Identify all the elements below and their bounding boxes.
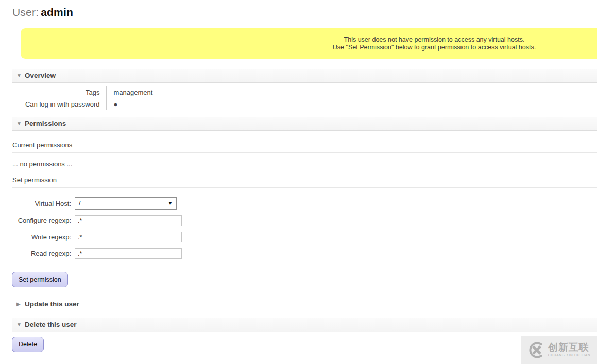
write-regexp-label: Write regexp: bbox=[0, 233, 75, 241]
section-permissions-title: Permissions bbox=[25, 119, 66, 127]
overview-table: Tags management Can log in with password… bbox=[12, 86, 219, 110]
section-permissions-header[interactable]: ▼Permissions bbox=[12, 117, 597, 131]
configure-regexp-label: Configure regexp: bbox=[0, 217, 75, 224]
set-permission-heading: Set permission bbox=[12, 176, 597, 188]
section-delete-user: ▼Delete this user bbox=[12, 318, 597, 332]
table-row: Can log in with password ● bbox=[12, 98, 219, 110]
warning-banner: This user does not have permission to ac… bbox=[21, 28, 597, 59]
page-title-prefix: User: bbox=[12, 6, 39, 18]
virtual-host-selected-value: / bbox=[79, 199, 81, 207]
watermark-en-text: CHUANG XIN HU LIAN bbox=[548, 354, 591, 357]
section-permissions: ▼Permissions bbox=[12, 117, 597, 131]
tags-label: Tags bbox=[12, 86, 106, 98]
virtual-host-select[interactable]: / ▼ bbox=[75, 197, 177, 210]
read-regexp-row: Read regexp: bbox=[0, 248, 597, 259]
section-delete-user-title: Delete this user bbox=[25, 321, 77, 328]
table-row: Tags management bbox=[12, 86, 219, 98]
collapse-arrow-icon: ▼ bbox=[13, 120, 25, 126]
set-permission-button[interactable]: Set permission bbox=[12, 272, 68, 287]
watermark: 创新互联 CHUANG XIN HU LIAN bbox=[521, 336, 597, 364]
section-overview-header[interactable]: ▼Overview bbox=[12, 69, 597, 83]
write-regexp-input[interactable] bbox=[75, 232, 182, 242]
read-regexp-input[interactable] bbox=[75, 248, 182, 259]
chevron-down-icon: ▼ bbox=[168, 198, 173, 209]
page-title-username: admin bbox=[41, 6, 73, 18]
can-login-label: Can log in with password bbox=[12, 98, 106, 110]
watermark-text: 创新互联 CHUANG XIN HU LIAN bbox=[548, 342, 591, 357]
section-overview-title: Overview bbox=[25, 72, 56, 79]
section-delete-user-header[interactable]: ▼Delete this user bbox=[12, 318, 597, 332]
tags-value: management bbox=[106, 86, 219, 98]
warning-line-2: Use "Set Permission" below to grant perm… bbox=[21, 44, 597, 51]
collapse-arrow-icon: ▼ bbox=[13, 73, 25, 78]
delete-button[interactable]: Delete bbox=[12, 337, 44, 352]
section-update-user-title: Update this user bbox=[25, 300, 79, 308]
expand-arrow-icon: ▶ bbox=[13, 301, 25, 307]
watermark-cn-text: 创新互联 bbox=[548, 342, 591, 352]
section-overview: ▼Overview Tags management Can log in wit… bbox=[12, 69, 597, 110]
can-login-value: ● bbox=[106, 98, 219, 110]
virtual-host-label: Virtual Host: bbox=[0, 200, 75, 207]
section-update-user-header[interactable]: ▶Update this user bbox=[12, 298, 597, 311]
configure-regexp-input[interactable] bbox=[75, 215, 182, 226]
current-permissions-heading: Current permissions bbox=[12, 141, 597, 153]
warning-line-1: This user does not have permission to ac… bbox=[21, 36, 597, 44]
page-title: User:admin bbox=[12, 6, 597, 19]
read-regexp-label: Read regexp: bbox=[0, 250, 75, 257]
section-update-user: ▶Update this user bbox=[12, 298, 597, 311]
virtual-host-row: Virtual Host: / ▼ bbox=[0, 197, 597, 210]
write-regexp-row: Write regexp: bbox=[0, 232, 597, 242]
collapse-arrow-icon: ▼ bbox=[13, 322, 25, 327]
watermark-logo-icon bbox=[528, 341, 545, 359]
set-permission-form: Virtual Host: / ▼ Configure regexp: Writ… bbox=[0, 197, 597, 259]
page: User:admin This user does not have permi… bbox=[0, 0, 597, 364]
no-permissions-text: ... no permissions ... bbox=[12, 160, 597, 168]
configure-regexp-row: Configure regexp: bbox=[0, 215, 597, 226]
